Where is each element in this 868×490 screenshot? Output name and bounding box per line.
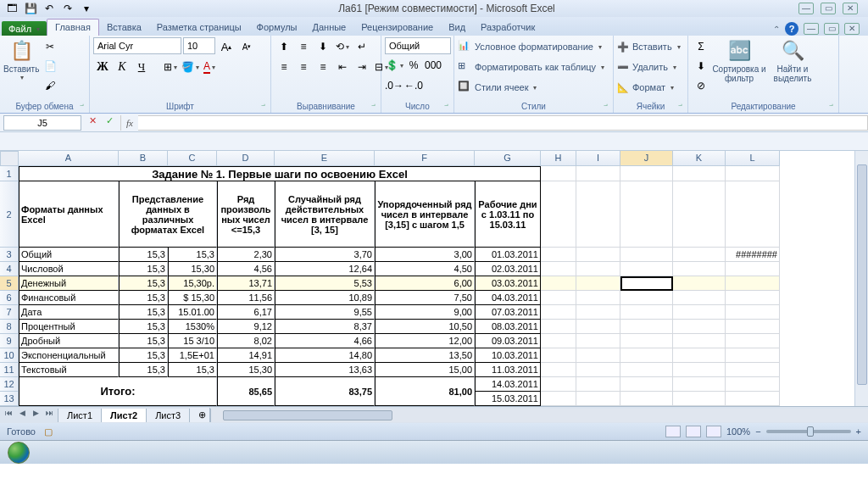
save-button[interactable]: 💾 [22, 1, 39, 16]
cell[interactable] [576, 262, 620, 276]
cell[interactable] [576, 363, 620, 377]
cell[interactable] [620, 291, 673, 305]
vertical-scrollbar[interactable] [854, 151, 868, 406]
cell[interactable]: 14,80 [275, 348, 375, 363]
cell[interactable]: 13,50 [375, 348, 475, 363]
close-button[interactable]: ✕ [843, 3, 858, 14]
align-bottom-button[interactable]: ⬇ [314, 37, 332, 56]
cell[interactable] [576, 305, 620, 320]
cell[interactable]: Упорядоченный ряд чисел в интервале [3,1… [375, 181, 475, 248]
underline-button[interactable]: Ч [132, 58, 151, 76]
view-break-button[interactable] [706, 426, 721, 437]
cell[interactable] [726, 276, 780, 291]
cell[interactable]: 15,3 [119, 291, 168, 305]
cell[interactable] [576, 392, 620, 406]
cell[interactable]: Дата [19, 305, 119, 320]
cell[interactable]: 12,00 [375, 334, 475, 348]
ribbon-minimize-icon[interactable]: ⌃ [773, 25, 780, 34]
cell[interactable] [576, 334, 620, 348]
col-header-D[interactable]: D [217, 151, 275, 166]
cell[interactable]: 13,63 [275, 363, 375, 377]
cell[interactable]: 9,55 [275, 305, 375, 320]
cell[interactable] [576, 181, 620, 248]
row-header-1[interactable]: 1 [0, 166, 19, 181]
cell[interactable]: Задание № 1. Первые шаги по освоению Exc… [19, 166, 541, 181]
cell[interactable] [673, 248, 726, 262]
cell[interactable] [726, 166, 780, 181]
col-header-G[interactable]: G [475, 151, 541, 166]
cell[interactable]: Рабочие дни с 1.03.11 по 15.03.11 [475, 181, 541, 248]
start-button[interactable] [0, 441, 37, 465]
sort-filter-button[interactable]: 🔤 Сортировка и фильтр [712, 37, 766, 83]
col-header-J[interactable]: J [620, 151, 673, 166]
cell[interactable] [726, 377, 780, 392]
row-header-2[interactable]: 2 [0, 181, 19, 248]
cell[interactable] [576, 276, 620, 291]
cell[interactable]: 4,56 [217, 262, 275, 276]
row-header-10[interactable]: 10 [0, 348, 19, 363]
italic-button[interactable]: К [113, 58, 131, 76]
fx-icon[interactable]: fx [121, 118, 138, 128]
view-layout-button[interactable] [686, 426, 701, 437]
name-box[interactable] [3, 115, 81, 131]
tab-home[interactable]: Главная [47, 19, 99, 36]
cell[interactable]: 15.01.00 [168, 305, 217, 320]
cell[interactable] [726, 262, 780, 276]
decrease-indent-button[interactable]: ⇤ [333, 58, 352, 76]
cell[interactable] [673, 334, 726, 348]
cell[interactable]: 14.03.2011 [475, 377, 541, 392]
tab-review[interactable]: Рецензирование [353, 19, 441, 36]
clear-button[interactable]: ⊘ [692, 76, 710, 95]
row-header-13[interactable]: 13 [0, 392, 19, 406]
cell[interactable]: 15,3 [119, 305, 168, 320]
insert-cells-button[interactable]: ➕Вставить▾ [617, 37, 681, 56]
cell[interactable]: 15 3/10 [168, 334, 217, 348]
cell[interactable]: Представление данных в различных формата… [119, 181, 217, 248]
cell[interactable] [620, 262, 673, 276]
undo-button[interactable]: ↶ [41, 1, 58, 16]
number-format-select[interactable] [385, 37, 451, 54]
cell[interactable]: 09.03.2011 [475, 334, 541, 348]
cell[interactable]: 8,02 [217, 334, 275, 348]
borders-button[interactable]: ⊞▾ [161, 58, 180, 76]
cell[interactable]: Общий [19, 248, 119, 262]
confirm-edit-icon[interactable]: ✓ [102, 115, 117, 131]
fill-color-button[interactable]: 🪣▾ [181, 58, 199, 76]
cell[interactable]: 3,00 [375, 248, 475, 262]
comma-button[interactable]: 000 [424, 56, 442, 75]
orientation-button[interactable]: ⟲▾ [333, 37, 352, 56]
grow-font-button[interactable]: A▴ [217, 37, 236, 56]
cell[interactable]: 15,3 [119, 320, 168, 334]
row-header-12[interactable]: 12 [0, 377, 19, 392]
row-header-9[interactable]: 9 [0, 334, 19, 348]
decrease-decimal-button[interactable]: ←.0 [404, 76, 423, 95]
cell[interactable]: 7,50 [375, 291, 475, 305]
wrap-text-button[interactable]: ↵ [353, 37, 371, 56]
cell[interactable] [541, 320, 576, 334]
col-header-E[interactable]: E [275, 151, 375, 166]
cell[interactable]: 11,56 [217, 291, 275, 305]
view-normal-button[interactable] [665, 426, 681, 437]
cell[interactable]: Финансовый [19, 291, 119, 305]
cell[interactable] [620, 348, 673, 363]
cell[interactable]: 15,3 [168, 363, 217, 377]
cell[interactable] [673, 320, 726, 334]
cell[interactable] [541, 291, 576, 305]
maximize-button[interactable]: ▭ [821, 3, 836, 14]
percent-button[interactable]: % [404, 56, 423, 75]
increase-decimal-button[interactable]: .0→ [385, 76, 403, 95]
row-header-3[interactable]: 3 [0, 248, 19, 262]
tab-formulas[interactable]: Формулы [249, 19, 305, 36]
sheet-nav-last[interactable]: ⏭ [42, 409, 56, 422]
cell[interactable] [541, 363, 576, 377]
delete-cells-button[interactable]: ➖Удалить▾ [617, 58, 676, 76]
cell[interactable]: Ряд произволь ных чисел <=15,3 [217, 181, 275, 248]
font-color-button[interactable]: A▾ [200, 58, 219, 76]
cell[interactable]: 3,70 [275, 248, 375, 262]
cell[interactable]: Числовой [19, 262, 119, 276]
sheet-nav-prev[interactable]: ◀ [15, 409, 29, 422]
col-header-C[interactable]: C [168, 151, 217, 166]
cell[interactable]: 15.03.2011 [475, 392, 541, 406]
row-header-5[interactable]: 5 [0, 276, 19, 291]
cell[interactable] [576, 320, 620, 334]
